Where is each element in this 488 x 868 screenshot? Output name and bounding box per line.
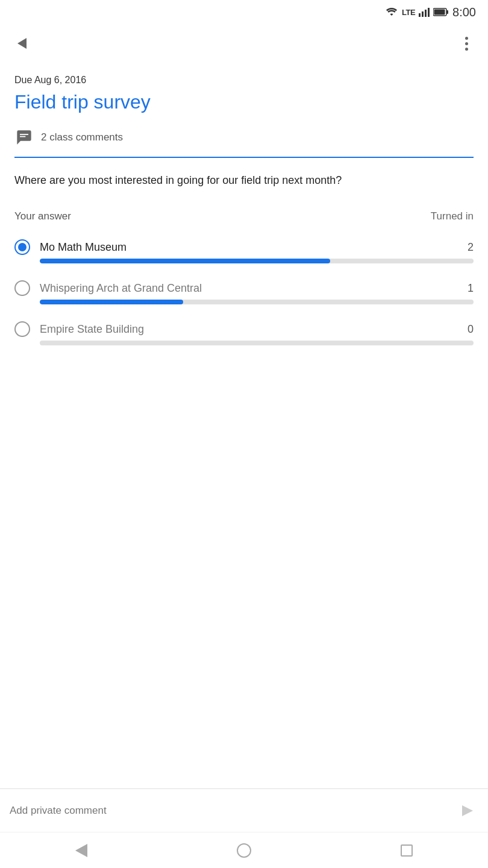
back-arrow-icon	[17, 38, 27, 49]
option-radio-1[interactable]	[14, 280, 30, 296]
option-count-1: 1	[455, 282, 474, 295]
option-count-0: 2	[455, 241, 474, 254]
comments-row[interactable]: 2 class comments	[14, 128, 474, 147]
nav-recents-button[interactable]	[392, 835, 422, 866]
nav-home-icon	[237, 843, 251, 858]
option-count-2: 0	[455, 323, 474, 336]
wifi-icon	[385, 7, 398, 17]
lte-icon: LTE	[402, 8, 415, 17]
app-bar	[0, 24, 488, 63]
option-list: Mo Math Museum2Whispering Arch at Grand …	[14, 239, 474, 345]
nav-back-icon	[75, 844, 87, 857]
option-radio-0[interactable]	[14, 239, 30, 255]
comment-icon	[14, 128, 34, 147]
signal-icon	[419, 7, 430, 17]
survey-title: Field trip survey	[14, 90, 474, 113]
due-date: Due Aug 6, 2016	[14, 75, 474, 86]
question-text: Where are you most interested in going f…	[14, 172, 474, 189]
nav-back-button[interactable]	[66, 835, 96, 866]
option-item[interactable]: Whispering Arch at Grand Central1	[14, 280, 474, 304]
comments-count: 2 class comments	[41, 131, 123, 143]
svg-rect-6	[434, 10, 445, 15]
option-name-2: Empire State Building	[40, 323, 446, 336]
divider	[14, 157, 474, 158]
more-dot	[465, 42, 468, 45]
option-bar-container-2	[40, 341, 474, 345]
nav-bar	[0, 832, 488, 868]
comment-bar	[0, 788, 488, 832]
status-bar: LTE 8:00	[0, 0, 488, 24]
more-dot	[465, 37, 468, 40]
main-content: Due Aug 6, 2016 Field trip survey 2 clas…	[0, 63, 488, 567]
option-bar-fill-1	[40, 300, 183, 304]
answer-status-row: Your answer Turned in	[14, 210, 474, 222]
status-icons: LTE 8:00	[385, 5, 476, 19]
nav-home-button[interactable]	[229, 835, 259, 866]
battery-icon	[433, 8, 449, 16]
svg-rect-1	[422, 11, 424, 17]
nav-recents-icon	[401, 844, 413, 857]
send-icon	[462, 805, 473, 816]
comment-input[interactable]	[10, 805, 454, 817]
send-button[interactable]	[454, 799, 478, 823]
svg-rect-8	[20, 136, 25, 137]
more-options-button[interactable]	[454, 31, 478, 55]
option-bar-fill-0	[40, 259, 330, 263]
svg-rect-2	[425, 10, 427, 17]
option-item[interactable]: Empire State Building0	[14, 321, 474, 345]
option-bar-container-0	[40, 259, 474, 263]
option-radio-2[interactable]	[14, 321, 30, 337]
svg-rect-5	[446, 10, 448, 14]
back-button[interactable]	[10, 31, 34, 55]
svg-rect-7	[20, 134, 28, 136]
option-name-1: Whispering Arch at Grand Central	[40, 282, 446, 295]
option-item[interactable]: Mo Math Museum2	[14, 239, 474, 263]
status-time: 8:00	[452, 5, 476, 19]
turned-in-label: Turned in	[431, 210, 474, 222]
option-bar-container-1	[40, 300, 474, 304]
option-name-0: Mo Math Museum	[40, 241, 446, 254]
more-dot	[465, 48, 468, 51]
your-answer-label: Your answer	[14, 210, 71, 222]
svg-rect-0	[419, 13, 421, 17]
svg-rect-3	[428, 8, 430, 17]
